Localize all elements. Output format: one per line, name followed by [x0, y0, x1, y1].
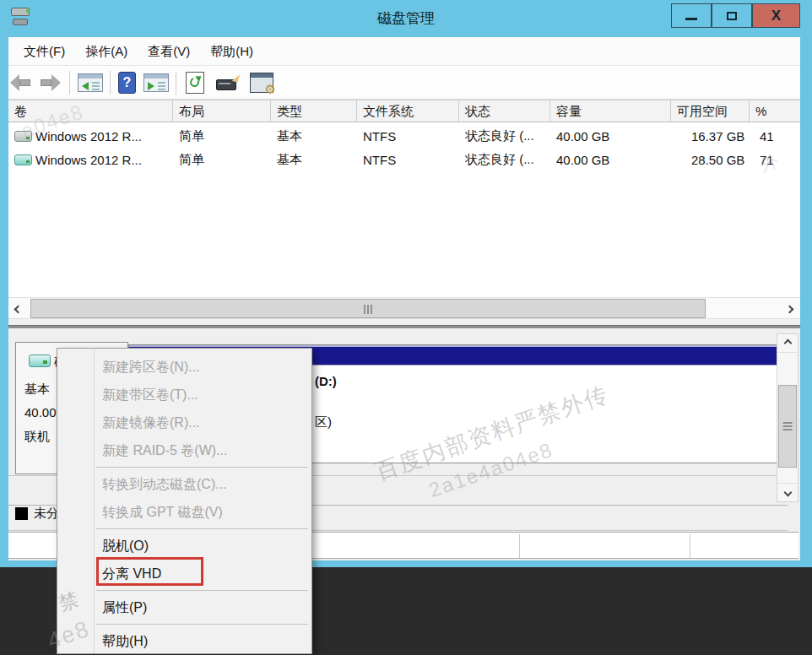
- scrollbar-thumb[interactable]: [30, 299, 706, 318]
- close-button[interactable]: X: [752, 3, 800, 28]
- menu-item-convert-gpt-disk: 转换成 GPT 磁盘(V): [57, 498, 311, 526]
- volume-free: 16.37 GB: [671, 129, 750, 143]
- volume-name: Windows 2012 R...: [35, 129, 142, 143]
- disk-settings-icon[interactable]: ⚙: [250, 73, 273, 93]
- unallocated-legend-swatch: [15, 507, 28, 520]
- volume-status-text: 区): [315, 414, 332, 430]
- volume-list-header: 卷 布局 类型 文件系统 状态 容量 可用空间 %: [8, 100, 800, 122]
- scrollbar-thumb[interactable]: [778, 385, 797, 468]
- volume-status: 状态良好 (...: [459, 128, 550, 144]
- disk-icon: [29, 355, 51, 367]
- scroll-down-icon[interactable]: [777, 483, 798, 501]
- column-header-filesystem[interactable]: 文件系统: [357, 100, 459, 122]
- forward-icon[interactable]: [37, 74, 61, 91]
- refresh-icon[interactable]: [186, 72, 204, 94]
- menu-item-convert-dynamic-disk: 转换到动态磁盘(C)...: [57, 470, 311, 498]
- volume-fs: NTFS: [357, 153, 459, 167]
- volume-capacity: 40.00 GB: [550, 129, 671, 143]
- volume-percent: 41: [750, 129, 800, 143]
- table-row[interactable]: Windows 2012 R... 简单 基本 NTFS 状态良好 (... 4…: [8, 124, 800, 148]
- column-header-layout[interactable]: 布局: [173, 100, 271, 122]
- menu-bar: 文件(F) 操作(A) 查看(V) 帮助(H): [8, 37, 800, 66]
- toolbar-separator: [176, 71, 176, 95]
- menu-item-detach-vhd[interactable]: 分离 VHD: [57, 560, 311, 587]
- column-header-volume[interactable]: 卷: [8, 100, 173, 122]
- column-header-capacity[interactable]: 容量: [550, 100, 671, 122]
- help-icon[interactable]: ?: [118, 72, 136, 94]
- menu-item-help[interactable]: 帮助(H): [57, 627, 311, 655]
- volume-free: 28.50 GB: [671, 153, 750, 167]
- menu-help[interactable]: 帮助(H): [200, 37, 263, 65]
- disk-properties-icon[interactable]: [216, 73, 239, 93]
- menu-separator: [57, 587, 311, 593]
- menu-item-new-striped-volume: 新建带区卷(T)...: [57, 381, 311, 409]
- menu-separator: [57, 464, 311, 470]
- column-header-status[interactable]: 状态: [459, 100, 550, 122]
- red-highlight-box: [96, 557, 203, 586]
- disk-type-label: 基本: [24, 382, 50, 398]
- table-row[interactable]: Windows 2012 R... 简单 基本 NTFS 状态良好 (... 4…: [8, 148, 800, 171]
- volume-type: 基本: [271, 152, 357, 168]
- scroll-up-icon[interactable]: [777, 334, 798, 353]
- close-icon: X: [771, 8, 781, 24]
- volume-type: 基本: [271, 128, 357, 144]
- action-pane-icon[interactable]: [143, 73, 169, 92]
- volume-fs: NTFS: [357, 129, 459, 143]
- menu-separator: [57, 621, 311, 627]
- maximize-button[interactable]: [712, 3, 752, 28]
- volume-percent: 71: [750, 153, 800, 167]
- minimize-icon: [685, 18, 697, 20]
- disk-status-label: 联机: [24, 429, 50, 445]
- column-header-percent[interactable]: %: [750, 100, 800, 122]
- volume-icon: [14, 154, 32, 165]
- menu-item-new-mirrored-volume: 新建镜像卷(R)...: [57, 409, 311, 436]
- volume-list: 卷 布局 类型 文件系统 状态 容量 可用空间 % Windows 2012 R…: [8, 100, 800, 297]
- volume-name: Windows 2012 R...: [35, 153, 142, 167]
- back-icon[interactable]: [10, 74, 34, 91]
- menu-item-new-spanned-volume: 新建跨区卷(N)...: [57, 353, 311, 381]
- toolbar-separator: [110, 71, 111, 95]
- volume-capacity: 40.00 GB: [550, 153, 671, 167]
- disk-context-menu: 新建跨区卷(N)... 新建带区卷(T)... 新建镜像卷(R)... 新建 R…: [57, 348, 312, 654]
- menu-item-new-raid5-volume: 新建 RAID-5 卷(W)...: [57, 436, 311, 464]
- console-tree-icon[interactable]: [78, 73, 103, 92]
- toolbar-separator: [69, 71, 70, 95]
- scroll-left-icon[interactable]: [8, 298, 27, 320]
- menu-view[interactable]: 查看(V): [138, 37, 200, 65]
- maximize-icon: [727, 12, 737, 20]
- pane-splitter[interactable]: [8, 319, 800, 331]
- menu-item-offline[interactable]: 脱机(O): [57, 532, 311, 560]
- scroll-right-icon[interactable]: [780, 298, 798, 320]
- volume-icon: [14, 131, 32, 142]
- menu-action[interactable]: 操作(A): [75, 37, 138, 65]
- column-header-free[interactable]: 可用空间: [671, 100, 750, 122]
- titlebar[interactable]: 磁盘管理 X: [0, 0, 812, 37]
- minimize-button[interactable]: [671, 3, 712, 28]
- menu-item-properties[interactable]: 属性(P): [57, 593, 311, 621]
- volume-caption: (D:): [315, 374, 337, 388]
- horizontal-scrollbar[interactable]: [8, 297, 800, 319]
- volume-status: 状态良好 (...: [459, 152, 550, 168]
- menu-separator: [57, 526, 311, 532]
- menu-file[interactable]: 文件(F): [14, 37, 75, 65]
- column-header-type[interactable]: 类型: [271, 100, 357, 122]
- vertical-scrollbar[interactable]: [777, 333, 798, 502]
- toolbar: ? ⚙: [8, 66, 800, 100]
- volume-layout: 简单: [173, 152, 271, 168]
- volume-layout: 简单: [173, 128, 271, 144]
